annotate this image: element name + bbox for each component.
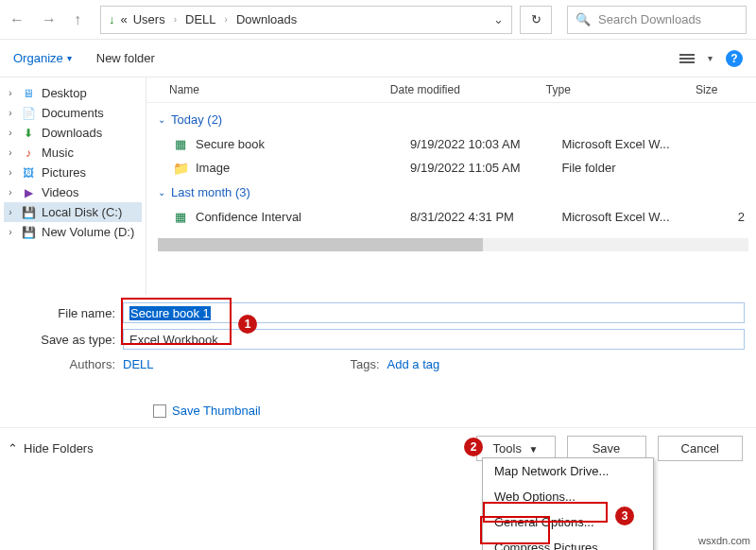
hide-folders-label: Hide Folders <box>24 441 94 455</box>
file-name-input[interactable]: Secure book 1 <box>123 302 745 323</box>
column-headers: Name Date modified Type Size <box>146 77 756 103</box>
organize-button[interactable]: Organize ▾ <box>13 51 72 65</box>
group-last-month[interactable]: ⌄Last month (3) <box>154 180 748 205</box>
tree-item-music[interactable]: ›♪Music <box>4 143 142 163</box>
back-arrow-icon[interactable]: ← <box>9 11 25 28</box>
chevron-down-icon[interactable]: ▾ <box>708 53 713 63</box>
toolbar: Organize ▾ New folder ▾ ? <box>0 40 756 77</box>
chevron-up-icon: ⌃ <box>8 441 18 455</box>
file-date: 8/31/2022 4:31 PM <box>410 210 561 224</box>
new-folder-button[interactable]: New folder <box>96 51 155 65</box>
refresh-button[interactable]: ↻ <box>520 6 552 34</box>
watermark: wsxdn.com <box>698 535 750 546</box>
excel-icon: ▦ <box>173 211 188 224</box>
file-date: 9/19/2022 10:03 AM <box>410 137 561 151</box>
save-thumbnail-checkbox[interactable] <box>153 404 166 418</box>
up-arrow-icon[interactable]: ↑ <box>74 11 81 28</box>
crumb-users[interactable]: Users <box>133 12 165 26</box>
chevron-down-icon: ⌄ <box>158 114 165 125</box>
breadcrumb-path[interactable]: ↓ « Users › DELL › Downloads ⌄ <box>100 6 512 34</box>
file-name: Secure book <box>196 137 410 151</box>
file-name-value: Secure book 1 <box>129 306 211 320</box>
music-icon: ♪ <box>21 146 36 160</box>
tree-item-local-disk[interactable]: ›💾Local Disk (C:) <box>4 202 142 222</box>
desktop-icon: 🖥 <box>21 87 36 100</box>
annotation-badge-2: 2 <box>464 438 483 456</box>
tree-label: Pictures <box>42 165 86 180</box>
tree-label: Documents <box>42 106 104 120</box>
col-size[interactable]: Size <box>696 83 733 96</box>
tree-item-documents[interactable]: ›📄Documents <box>4 103 142 123</box>
address-bar: ← → ↑ ↓ « Users › DELL › Downloads ⌄ ↻ 🔍… <box>0 0 756 40</box>
save-thumbnail-label: Save Thumbnail <box>172 404 261 418</box>
tree-label: New Volume (D:) <box>42 225 134 239</box>
folder-icon: 📁 <box>173 162 188 175</box>
refresh-icon: ↻ <box>531 12 541 26</box>
caret-down-icon: ▼ <box>529 444 539 455</box>
menu-map-network-drive[interactable]: Map Network Drive... <box>483 458 653 484</box>
excel-icon: ▦ <box>173 138 188 151</box>
chevron-down-icon: ⌄ <box>158 187 165 198</box>
scrollbar-thumb[interactable] <box>158 238 483 251</box>
chevron-down-icon: ▾ <box>67 53 72 63</box>
search-input[interactable]: 🔍 Search Downloads <box>567 6 747 34</box>
file-date: 9/19/2022 11:05 AM <box>410 161 561 175</box>
tools-label: Tools <box>493 441 522 455</box>
crumb-prefix: « <box>121 12 128 26</box>
file-type: File folder <box>561 161 707 175</box>
chevron-right-icon: › <box>225 14 228 25</box>
tags-value[interactable]: Add a tag <box>387 357 440 371</box>
search-icon: 🔍 <box>576 12 591 26</box>
file-row[interactable]: ▦ Secure book 9/19/2022 10:03 AM Microso… <box>154 132 748 156</box>
col-date[interactable]: Date modified <box>390 83 546 96</box>
tree-label: Downloads <box>42 126 102 140</box>
tree-item-downloads[interactable]: ›⬇Downloads <box>4 123 142 143</box>
forward-arrow-icon[interactable]: → <box>42 11 57 28</box>
tree-item-desktop[interactable]: ›🖥Desktop <box>4 83 142 103</box>
view-options-button[interactable] <box>679 54 695 63</box>
group-label: Today (2) <box>171 112 222 127</box>
tree-label: Videos <box>42 185 79 199</box>
save-type-dropdown[interactable]: Excel Workbook <box>123 329 745 350</box>
authors-label: Authors: <box>59 357 115 371</box>
pin-icon: ↓ <box>109 12 115 26</box>
authors-value[interactable]: DELL <box>123 357 154 371</box>
file-type: Microsoft Excel W... <box>561 210 707 224</box>
save-type-value: Excel Workbook <box>129 333 218 347</box>
file-name-label: File name: <box>11 306 123 320</box>
tree-label: Desktop <box>42 86 87 100</box>
chevron-down-icon[interactable]: ⌄ <box>493 12 504 26</box>
tree-label: Local Disk (C:) <box>42 205 122 219</box>
videos-icon: ▶ <box>21 186 36 199</box>
tree-item-videos[interactable]: ›▶Videos <box>4 182 142 202</box>
tree-item-new-volume[interactable]: ›💾New Volume (D:) <box>4 222 142 242</box>
explorer-body: ›🖥Desktop ›📄Documents ›⬇Downloads ›♪Musi… <box>0 77 756 295</box>
horizontal-scrollbar[interactable] <box>158 238 748 251</box>
crumb-dell[interactable]: DELL <box>185 12 216 26</box>
tags-label: Tags: <box>351 357 380 371</box>
help-icon[interactable]: ? <box>726 50 743 67</box>
menu-web-options[interactable]: Web Options... <box>483 484 653 509</box>
file-list: Name Date modified Type Size ⌄Today (2) … <box>146 77 756 295</box>
organize-label: Organize <box>13 51 63 65</box>
disk-icon: 💾 <box>21 226 36 239</box>
annotation-badge-1: 1 <box>238 315 257 334</box>
rows-area: ⌄Today (2) ▦ Secure book 9/19/2022 10:03… <box>146 103 756 232</box>
tree-label: Music <box>42 146 74 160</box>
col-type[interactable]: Type <box>546 83 696 96</box>
menu-compress-pictures[interactable]: Compress Pictures... <box>483 535 653 550</box>
col-name[interactable]: Name <box>169 83 390 96</box>
group-today[interactable]: ⌄Today (2) <box>154 107 748 132</box>
file-size: 2 <box>707 210 745 224</box>
file-row[interactable]: ▦ Confidence Interval 8/31/2022 4:31 PM … <box>154 205 748 229</box>
tree-item-pictures[interactable]: ›🖼Pictures <box>4 163 142 182</box>
save-form: File name: Secure book 1 Save as type: E… <box>0 295 756 427</box>
search-placeholder: Search Downloads <box>598 12 701 26</box>
crumb-downloads[interactable]: Downloads <box>236 12 297 26</box>
file-row[interactable]: 📁 Image 9/19/2022 11:05 AM File folder <box>154 156 748 180</box>
hide-folders-button[interactable]: ⌃ Hide Folders <box>8 441 94 455</box>
cancel-button[interactable]: Cancel <box>658 436 743 461</box>
disk-icon: 💾 <box>21 206 36 219</box>
pictures-icon: 🖼 <box>21 166 36 180</box>
tree-pane: ›🖥Desktop ›📄Documents ›⬇Downloads ›♪Musi… <box>0 77 146 295</box>
